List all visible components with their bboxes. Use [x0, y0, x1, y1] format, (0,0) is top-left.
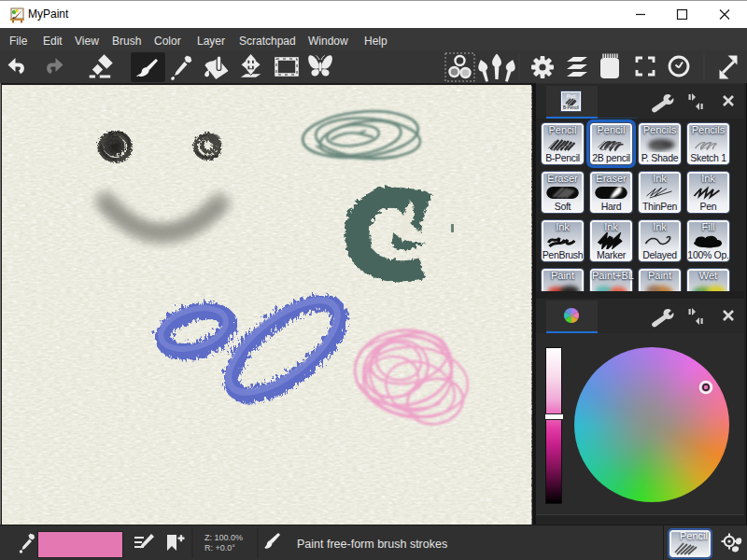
svg-text:Z: 100.0%: Z: 100.0%	[204, 533, 243, 542]
svg-text:R: +0.0°: R: +0.0°	[204, 543, 235, 553]
svg-text:B-Pencil: B-Pencil	[563, 105, 579, 110]
svg-text:Paint free-form brush strokes: Paint free-form brush strokes	[297, 538, 447, 551]
